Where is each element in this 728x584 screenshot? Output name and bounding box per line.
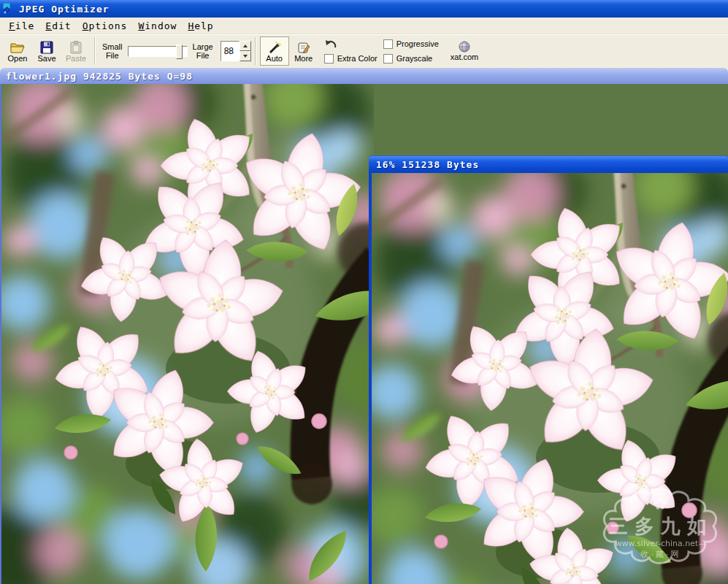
save-button[interactable]: Save bbox=[32, 36, 61, 66]
progressive-label: Progressive bbox=[396, 39, 439, 48]
toolbar-separator bbox=[255, 37, 256, 65]
extra-color-label: Extra Color bbox=[337, 54, 378, 63]
original-window-title: flower1.jpg 942825 Bytes Q=98 bbox=[6, 71, 193, 82]
preview-photo bbox=[372, 173, 728, 584]
save-floppy-icon bbox=[40, 39, 53, 54]
more-options-icon bbox=[296, 39, 311, 54]
auto-label: Auto bbox=[266, 54, 283, 63]
menu-file[interactable]: File bbox=[4, 19, 41, 33]
mdi-area: flower1.jpg 942825 Bytes Q=98 16% 151238… bbox=[0, 68, 728, 584]
large-file-label: LargeFile bbox=[193, 42, 213, 60]
magic-wand-icon bbox=[267, 39, 282, 54]
menu-help[interactable]: Help bbox=[183, 19, 220, 33]
brand-link[interactable]: xat.com bbox=[451, 41, 479, 61]
small-file-label: SmallFile bbox=[102, 42, 123, 60]
down-arrow-icon bbox=[243, 55, 248, 58]
more-button[interactable]: More bbox=[289, 36, 318, 66]
menu-bar: File Edit Options Window Help bbox=[0, 18, 728, 34]
grayscale-label: Grayscale bbox=[396, 54, 433, 63]
quality-slider-thumb[interactable] bbox=[176, 45, 183, 59]
menu-window[interactable]: Window bbox=[134, 19, 183, 33]
quality-up-button[interactable] bbox=[240, 41, 251, 51]
toolbar-separator bbox=[94, 37, 96, 65]
progressive-grayscale-column: Progressive Grayscale bbox=[383, 38, 439, 64]
preview-image-canvas: 三多九如 www.silver-china.net— 收·藏·网 bbox=[369, 173, 728, 584]
grayscale-checkbox[interactable] bbox=[383, 54, 393, 64]
app-title: JPEG Optimizer bbox=[19, 4, 110, 15]
menu-edit[interactable]: Edit bbox=[41, 19, 77, 33]
auto-button[interactable]: Auto bbox=[260, 36, 289, 66]
paste-label: Paste bbox=[66, 54, 86, 63]
app-icon bbox=[3, 3, 15, 15]
brand-label: xat.com bbox=[451, 53, 479, 61]
preview-window-titlebar[interactable]: 16% 151238 Bytes bbox=[369, 155, 728, 173]
open-button[interactable]: Open bbox=[3, 36, 32, 66]
paste-button[interactable]: Paste bbox=[61, 36, 91, 66]
preview-window: 16% 151238 Bytes 三多九如 www.silver- bbox=[369, 155, 728, 584]
app-window: JPEG Optimizer File Edit Options Window … bbox=[0, 0, 728, 584]
open-label: Open bbox=[8, 54, 28, 63]
save-label: Save bbox=[37, 54, 55, 63]
preview-window-title: 16% 151238 Bytes bbox=[376, 159, 479, 170]
more-label: More bbox=[294, 54, 313, 63]
app-titlebar[interactable]: JPEG Optimizer bbox=[0, 0, 728, 18]
original-window-titlebar[interactable]: flower1.jpg 942825 Bytes Q=98 bbox=[0, 68, 728, 84]
extra-color-column: Extra Color bbox=[324, 38, 378, 64]
undo-arrow-icon[interactable] bbox=[324, 39, 337, 49]
quality-down-button[interactable] bbox=[240, 51, 251, 61]
open-folder-icon bbox=[9, 39, 26, 54]
extra-color-checkbox[interactable] bbox=[324, 54, 334, 64]
menu-options[interactable]: Options bbox=[78, 19, 134, 33]
quality-value[interactable]: 88 bbox=[221, 41, 240, 61]
quality-slider-track[interactable] bbox=[128, 46, 188, 57]
globe-icon bbox=[459, 41, 470, 53]
quality-spinner: 88 bbox=[221, 41, 251, 61]
toolbar: Open Save Paste bbox=[0, 34, 728, 67]
up-arrow-icon bbox=[243, 45, 248, 47]
progressive-checkbox[interactable] bbox=[383, 39, 393, 49]
paste-clipboard-icon bbox=[70, 39, 82, 54]
